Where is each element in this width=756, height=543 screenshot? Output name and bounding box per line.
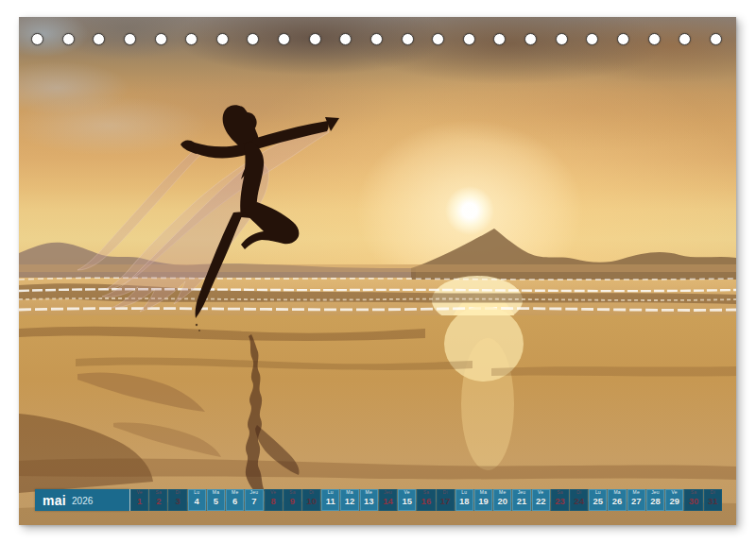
day-number: 30 xyxy=(689,496,699,506)
calendar-day-28: Jeu28 xyxy=(646,489,664,511)
day-of-week-label: Di xyxy=(576,489,581,496)
day-of-week-label: Me xyxy=(366,489,372,496)
day-of-week-label: Ma xyxy=(480,489,487,496)
calendar-day-6: Me6 xyxy=(226,489,244,511)
calendar-day-30: Sa30 xyxy=(684,489,702,511)
binding-hole xyxy=(648,33,661,45)
binding-hole xyxy=(62,33,75,45)
day-of-week-label: Jeu xyxy=(250,489,259,496)
calendar-day-25: Lu25 xyxy=(589,489,607,511)
day-number: 10 xyxy=(306,496,317,506)
binding-hole xyxy=(370,33,383,45)
day-number: 5 xyxy=(214,496,218,506)
day-number: 31 xyxy=(708,496,718,506)
day-of-week-label: Ma xyxy=(346,489,352,496)
day-of-week-label: Ma xyxy=(213,489,219,496)
day-number: 4 xyxy=(195,496,199,506)
day-of-week-label: Di xyxy=(443,489,448,496)
day-number: 16 xyxy=(421,496,432,506)
day-number: 8 xyxy=(270,496,275,506)
day-number: 24 xyxy=(574,496,584,506)
day-number: 7 xyxy=(251,496,256,506)
day-of-week-label: Ve xyxy=(672,489,678,496)
calendar-day-27: Me27 xyxy=(627,489,645,511)
day-of-week-label: Lu xyxy=(328,489,334,496)
day-of-week-label: Jeu xyxy=(651,489,660,496)
day-number: 23 xyxy=(555,496,565,506)
binding-hole xyxy=(247,33,259,45)
binding-hole xyxy=(679,33,691,45)
day-of-week-label: Sa xyxy=(557,489,563,496)
day-of-week-label: Sa xyxy=(289,489,296,496)
binding-holes xyxy=(31,32,722,45)
binding-hole xyxy=(339,33,352,45)
binding-hole xyxy=(216,33,229,45)
day-of-week-label: Ve xyxy=(136,489,142,496)
binding-hole xyxy=(617,33,629,45)
day-number: 1 xyxy=(137,496,142,506)
day-of-week-label: Me xyxy=(633,489,640,496)
binding-hole xyxy=(185,33,198,45)
day-number: 29 xyxy=(669,496,679,506)
calendar-day-10: Di10 xyxy=(302,489,320,511)
binding-hole xyxy=(556,33,568,45)
calendar-day-2: Sa2 xyxy=(149,489,167,511)
calendar-day-3: Di3 xyxy=(168,489,186,511)
day-of-week-label: Di xyxy=(711,489,715,496)
day-number: 26 xyxy=(612,496,623,506)
day-of-week-label: Sa xyxy=(423,489,430,496)
calendar-day-24: Di24 xyxy=(570,489,588,511)
day-of-week-label: Ve xyxy=(404,489,410,496)
calendar-bar: mai 2026 Ve1Sa2Di3Lu4Ma5Me6Jeu7Ve8Sa9Di1… xyxy=(35,489,722,511)
calendar-days: Ve1Sa2Di3Lu4Ma5Me6Jeu7Ve8Sa9Di10Lu11Ma12… xyxy=(129,489,722,511)
calendar-day-9: Sa9 xyxy=(284,489,301,511)
day-of-week-label: Me xyxy=(499,489,506,496)
day-of-week-label: Di xyxy=(175,489,180,496)
day-number: 22 xyxy=(536,496,546,506)
day-number: 25 xyxy=(593,496,604,506)
day-number: 2 xyxy=(156,496,161,506)
year-label: 2026 xyxy=(72,495,93,506)
calendar-day-21: Jeu21 xyxy=(512,489,530,511)
day-of-week-label: Me xyxy=(232,489,238,496)
binding-hole xyxy=(524,33,537,45)
calendar-day-13: Me13 xyxy=(360,489,378,511)
beach-scene xyxy=(19,17,736,525)
day-of-week-label: Jeu xyxy=(384,489,392,496)
calendar-day-11: Lu11 xyxy=(321,489,339,511)
calendar-day-31: Di31 xyxy=(704,489,722,511)
binding-hole xyxy=(93,33,105,45)
calendar-day-18: Lu18 xyxy=(455,489,473,511)
day-number: 20 xyxy=(497,496,507,506)
binding-hole xyxy=(586,33,598,45)
binding-hole xyxy=(493,33,506,45)
day-number: 18 xyxy=(459,496,470,506)
day-number: 3 xyxy=(175,496,180,506)
calendar-day-23: Sa23 xyxy=(551,489,569,511)
day-number: 28 xyxy=(650,496,661,506)
calendar-day-22: Ve22 xyxy=(532,489,550,511)
calendar-day-29: Ve29 xyxy=(665,489,683,511)
month-box: mai 2026 xyxy=(35,489,129,511)
day-of-week-label: Ma xyxy=(613,489,620,496)
calendar-day-1: Ve1 xyxy=(130,489,148,511)
binding-hole xyxy=(710,33,722,45)
day-number: 12 xyxy=(345,496,355,506)
binding-hole xyxy=(432,33,444,45)
day-of-week-label: Di xyxy=(309,489,314,496)
day-number: 11 xyxy=(326,496,335,506)
calendar-day-26: Ma26 xyxy=(608,489,626,511)
calendar-day-5: Ma5 xyxy=(207,489,225,511)
day-of-week-label: Ve xyxy=(538,489,543,496)
calendar-day-12: Ma12 xyxy=(340,489,358,511)
day-number: 27 xyxy=(631,496,642,506)
day-number: 17 xyxy=(440,496,451,506)
binding-hole xyxy=(402,33,414,45)
day-number: 13 xyxy=(364,496,374,506)
calendar-day-7: Jeu7 xyxy=(245,489,263,511)
calendar-sheet: mai 2026 Ve1Sa2Di3Lu4Ma5Me6Jeu7Ve8Sa9Di1… xyxy=(19,17,736,525)
calendar-day-19: Ma19 xyxy=(474,489,492,511)
day-number: 14 xyxy=(383,496,393,506)
day-of-week-label: Lu xyxy=(194,489,199,496)
calendar-day-16: Sa16 xyxy=(417,489,435,511)
